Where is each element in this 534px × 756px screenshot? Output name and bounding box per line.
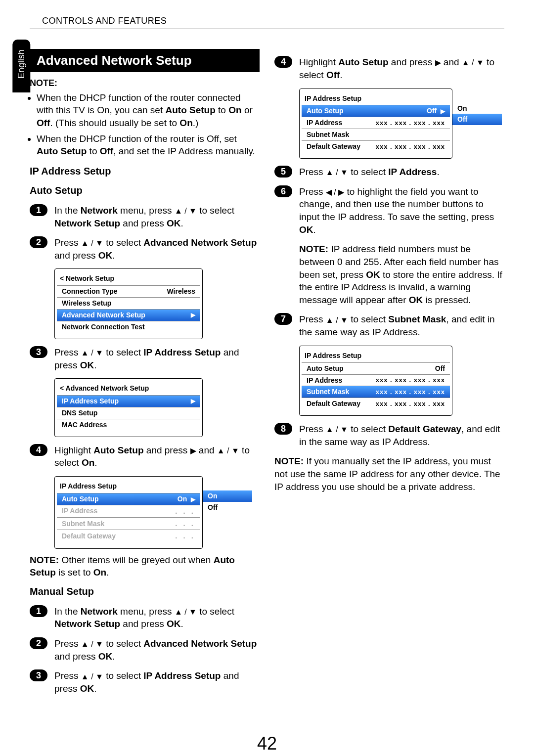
page-header: CONTROLS AND FEATURES bbox=[30, 15, 504, 29]
note-item: When the DHCP function of the router is … bbox=[37, 133, 260, 158]
chevron-right-icon: ▶ bbox=[191, 496, 195, 503]
step-3: 3 Press ▲ / ▼ to select IP Address Setup… bbox=[30, 346, 260, 371]
menu-row: IP Address. . . bbox=[57, 505, 200, 517]
step-5: 5 Press ▲ / ▼ to select IP Address. bbox=[274, 166, 504, 178]
step-number: 2 bbox=[30, 236, 47, 248]
menu-row: Auto SetupOff bbox=[302, 362, 450, 374]
menu-row-selected: Auto SetupOff ▶ bbox=[302, 105, 450, 117]
subheading-manual: Manual Setup bbox=[30, 585, 260, 598]
chevron-right-icon: ▶ bbox=[191, 397, 195, 405]
chevron-right-icon: ▶ bbox=[191, 311, 195, 319]
menu-adv-net-setup: < Advanced Network Setup IP Address Setu… bbox=[54, 378, 203, 437]
section-banner: Advanced Network Setup bbox=[30, 49, 260, 72]
step-8: 8 Press ▲ / ▼ to select Default Gateway,… bbox=[274, 423, 504, 448]
step-2: 2 Press ▲ / ▼ to select Advanced Network… bbox=[30, 637, 260, 663]
final-note: NOTE: If you manually set the IP address… bbox=[274, 455, 504, 493]
menu-row-selected: IP Address Setup▶ bbox=[57, 395, 200, 407]
subheading-auto: Auto Setup bbox=[30, 184, 260, 197]
step-number: 5 bbox=[274, 166, 292, 178]
step-number: 1 bbox=[30, 204, 47, 216]
menu-title: IP Address Setup bbox=[302, 350, 450, 362]
menu-row-selected: Auto SetupOn ▶ bbox=[57, 493, 200, 505]
menu-row: Network Connection Test bbox=[57, 321, 200, 333]
menu-title: IP Address Setup bbox=[302, 93, 450, 105]
menu-title: IP Address Setup bbox=[57, 481, 200, 493]
menu-row: Connection TypeWireless bbox=[57, 285, 200, 297]
auto-note: NOTE: Other items will be greyed out whe… bbox=[30, 554, 260, 579]
step-1: 1 In the Network menu, press ▲ / ▼ to se… bbox=[30, 204, 260, 229]
subheading-ip: IP Address Setup bbox=[30, 165, 260, 178]
note-list: When the DHCP function of the router con… bbox=[37, 91, 260, 158]
step-1: 1 In the Network menu, press ▲ / ▼ to se… bbox=[30, 605, 260, 630]
option-off: Off bbox=[452, 114, 502, 125]
note-heading: NOTE: bbox=[30, 77, 260, 89]
option-popup: On Off bbox=[203, 490, 252, 513]
language-tab: English bbox=[12, 40, 30, 92]
step-number: 8 bbox=[274, 423, 292, 435]
step-4: 4 Highlight Auto Setup and press ▶ and ▲… bbox=[274, 56, 504, 81]
menu-row: IP Addressxxx . xxx . xxx . xxx bbox=[302, 117, 450, 129]
menu-row: Default Gatewayxxx . xxx . xxx . xxx bbox=[302, 140, 450, 152]
menu-row: Subnet Mask bbox=[302, 129, 450, 140]
option-on: On bbox=[452, 103, 502, 114]
left-column: Advanced Network Setup NOTE: When the DH… bbox=[30, 49, 260, 702]
note-item: When the DHCP function of the router con… bbox=[37, 91, 260, 130]
step-4: 4 Highlight Auto Setup and press ▶ and ▲… bbox=[30, 444, 260, 469]
menu-row: Default Gateway. . . bbox=[57, 530, 200, 542]
menu-row-selected: Subnet Maskxxx . xxx . xxx . xxx bbox=[302, 386, 450, 398]
step-number: 1 bbox=[30, 605, 47, 617]
menu-ip-setup-off: IP Address Setup Auto SetupOff ▶ IP Addr… bbox=[299, 89, 452, 159]
step-number: 4 bbox=[274, 56, 292, 68]
menu-row: Subnet Mask. . . bbox=[57, 517, 200, 530]
menu-row: Default Gatewayxxx . xxx . xxx . xxx bbox=[302, 398, 450, 409]
menu-network-setup: < Network Setup Connection TypeWireless … bbox=[54, 268, 203, 339]
menu-row: IP Addressxxx . xxx . xxx . xxx bbox=[302, 374, 450, 386]
menu-title: < Advanced Network Setup bbox=[57, 383, 200, 395]
page-number: 42 bbox=[30, 732, 504, 756]
option-popup: On Off bbox=[452, 103, 502, 126]
ip-range-note: NOTE: IP address field numbers must be b… bbox=[299, 243, 504, 306]
step-2: 2 Press ▲ / ▼ to select Advanced Network… bbox=[30, 236, 260, 262]
step-3: 3 Press ▲ / ▼ to select IP Address Setup… bbox=[30, 669, 260, 695]
step-number: 7 bbox=[274, 313, 292, 325]
step-number: 6 bbox=[274, 185, 292, 197]
step-7: 7 Press ▲ / ▼ to select Subnet Mask, and… bbox=[274, 313, 504, 338]
menu-title: < Network Setup bbox=[57, 273, 200, 285]
option-off: Off bbox=[203, 502, 252, 513]
step-number: 3 bbox=[30, 346, 47, 358]
menu-row: DNS Setup bbox=[57, 407, 200, 419]
chevron-right-icon: ▶ bbox=[441, 108, 445, 115]
menu-row: Wireless Setup bbox=[57, 297, 200, 309]
right-column: 4 Highlight Auto Setup and press ▶ and ▲… bbox=[274, 49, 504, 702]
menu-ip-setup-on: IP Address Setup Auto SetupOn ▶ IP Addre… bbox=[54, 476, 203, 549]
step-number: 4 bbox=[30, 444, 47, 456]
step-6: 6 Press ◀ / ▶ to highlight the field you… bbox=[274, 185, 504, 236]
menu-ip-setup-subnet: IP Address Setup Auto SetupOff IP Addres… bbox=[299, 346, 452, 416]
menu-row-selected: Advanced Network Setup▶ bbox=[57, 309, 200, 321]
option-on: On bbox=[203, 490, 252, 502]
menu-row: MAC Address bbox=[57, 419, 200, 431]
step-number: 2 bbox=[30, 637, 47, 649]
step-number: 3 bbox=[30, 669, 47, 681]
